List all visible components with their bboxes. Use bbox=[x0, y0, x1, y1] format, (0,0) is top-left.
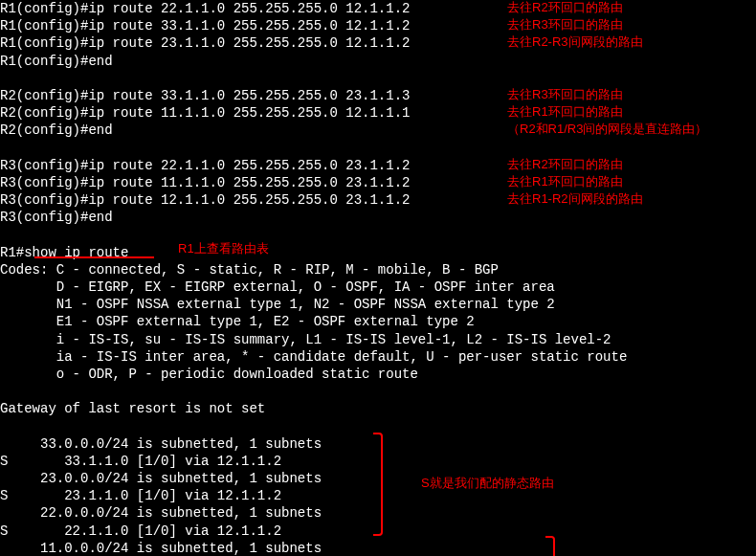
terminal-text: R1(config)#ip route 33.1.1.0 255.255.255… bbox=[0, 17, 410, 34]
terminal-text: R3(config)#ip route 22.1.1.0 255.255.255… bbox=[0, 157, 410, 174]
terminal-text: o - ODR, P - periodic downloaded static … bbox=[0, 366, 418, 383]
annotation-text: 去往R2环回口的路由 bbox=[507, 157, 623, 173]
terminal-line: R3(config)#end bbox=[0, 209, 756, 226]
terminal-line: o - ODR, P - periodic downloaded static … bbox=[0, 366, 756, 383]
terminal-text bbox=[0, 226, 8, 243]
annotation-text: 去往R2-R3间网段的路由 bbox=[507, 34, 643, 51]
terminal-text: i - IS-IS, su - IS-IS summary, L1 - IS-I… bbox=[0, 331, 611, 348]
terminal-line: R1(config)#end bbox=[0, 53, 756, 70]
annotation-text: 去往R3环回口的路由 bbox=[507, 17, 623, 33]
terminal-text: S 22.1.1.0 [1/0] via 12.1.1.2 bbox=[0, 523, 281, 540]
terminal-text: R1(config)#ip route 22.1.1.0 255.255.255… bbox=[0, 0, 410, 17]
annotation-text: 去往R3环回口的路由 bbox=[507, 87, 623, 103]
terminal-line: R2(config)#end（R2和R1/R3间的网段是直连路由） bbox=[0, 122, 756, 139]
annotation-text: 去往R1环回口的路由 bbox=[507, 174, 623, 190]
terminal-line bbox=[0, 70, 756, 87]
terminal-text: E1 - OSPF external type 1, E2 - OSPF ext… bbox=[0, 313, 475, 330]
bracket-connected-routes bbox=[545, 536, 555, 556]
annotation-text: （R2和R1/R3间的网段是直连路由） bbox=[507, 122, 707, 138]
terminal-line: Codes: C - connected, S - static, R - RI… bbox=[0, 261, 756, 278]
terminal-text bbox=[0, 383, 8, 400]
terminal-text: R3(config)#ip route 11.1.1.0 255.255.255… bbox=[0, 174, 410, 191]
terminal-text: R1(config)#end bbox=[0, 53, 113, 70]
terminal-text: S 33.1.1.0 [1/0] via 12.1.1.2 bbox=[0, 453, 281, 470]
terminal-line: R2(config)#ip route 11.1.1.0 255.255.255… bbox=[0, 104, 756, 122]
terminal-text: 33.0.0.0/24 is subnetted, 1 subnets bbox=[0, 435, 322, 453]
terminal-line: R1(config)#ip route 23.1.1.0 255.255.255… bbox=[0, 34, 756, 52]
terminal-line: R3(config)#ip route 12.1.1.0 255.255.255… bbox=[0, 191, 756, 209]
terminal-text: R2(config)#ip route 33.1.1.0 255.255.255… bbox=[0, 87, 410, 104]
terminal-line: 11.0.0.0/24 is subnetted, 1 subnets bbox=[0, 540, 756, 556]
terminal-text: R2(config)#ip route 11.1.1.0 255.255.255… bbox=[0, 104, 410, 122]
terminal-line: R1(config)#ip route 33.1.1.0 255.255.255… bbox=[0, 17, 756, 34]
terminal-line bbox=[0, 383, 756, 400]
terminal-line: i - IS-IS, su - IS-IS summary, L1 - IS-I… bbox=[0, 331, 756, 348]
terminal-text: 23.0.0.0/24 is subnetted, 1 subnets bbox=[0, 470, 322, 487]
bracket-static-routes-label: S就是我们配的静态路由 bbox=[421, 476, 554, 492]
annotation-text: 去往R1-R2间网段的路由 bbox=[507, 191, 643, 208]
anno-show-ip-route: R1上查看路由表 bbox=[178, 241, 269, 257]
terminal-text: ia - IS-IS inter area, * - candidate def… bbox=[0, 348, 627, 366]
annotation-text: 去往R2环回口的路由 bbox=[507, 0, 623, 16]
bracket-static-routes bbox=[373, 433, 383, 536]
terminal-text bbox=[0, 140, 8, 157]
underline-show-ip-route bbox=[34, 256, 154, 258]
terminal-line: R3(config)#ip route 22.1.1.0 255.255.255… bbox=[0, 157, 756, 174]
terminal-line: R1#show ip route bbox=[0, 244, 756, 261]
terminal-line: R1(config)#ip route 22.1.1.0 255.255.255… bbox=[0, 0, 756, 17]
terminal-text bbox=[0, 418, 8, 435]
terminal-text: Codes: C - connected, S - static, R - RI… bbox=[0, 261, 499, 278]
terminal-line: ia - IS-IS inter area, * - candidate def… bbox=[0, 348, 756, 366]
terminal-line: R3(config)#ip route 11.1.1.0 255.255.255… bbox=[0, 174, 756, 191]
terminal-text: R3(config)#ip route 12.1.1.0 255.255.255… bbox=[0, 191, 410, 209]
terminal-text: N1 - OSPF NSSA external type 1, N2 - OSP… bbox=[0, 296, 555, 313]
terminal-text: R3(config)#end bbox=[0, 209, 113, 226]
terminal-line: E1 - OSPF external type 1, E2 - OSPF ext… bbox=[0, 313, 756, 330]
terminal-text: Gateway of last resort is not set bbox=[0, 400, 265, 417]
terminal-line: R2(config)#ip route 33.1.1.0 255.255.255… bbox=[0, 87, 756, 104]
terminal-line: D - EIGRP, EX - EIGRP external, O - OSPF… bbox=[0, 278, 756, 296]
annotation-text: 去往R1环回口的路由 bbox=[507, 104, 623, 121]
terminal-text: 11.0.0.0/24 is subnetted, 1 subnets bbox=[0, 540, 322, 556]
terminal-text: 22.0.0.0/24 is subnetted, 1 subnets bbox=[0, 504, 322, 522]
terminal-line: Gateway of last resort is not set bbox=[0, 400, 756, 417]
terminal-text: S 23.1.1.0 [1/0] via 12.1.1.2 bbox=[0, 487, 281, 504]
terminal-text: R1#show ip route bbox=[0, 244, 128, 261]
terminal-text: R2(config)#end bbox=[0, 122, 113, 139]
terminal-line: N1 - OSPF NSSA external type 1, N2 - OSP… bbox=[0, 296, 756, 313]
terminal-text bbox=[0, 70, 8, 87]
terminal-line bbox=[0, 140, 756, 157]
terminal-text: D - EIGRP, EX - EIGRP external, O - OSPF… bbox=[0, 278, 563, 296]
terminal-text: R1(config)#ip route 23.1.1.0 255.255.255… bbox=[0, 34, 410, 52]
terminal-line bbox=[0, 226, 756, 243]
